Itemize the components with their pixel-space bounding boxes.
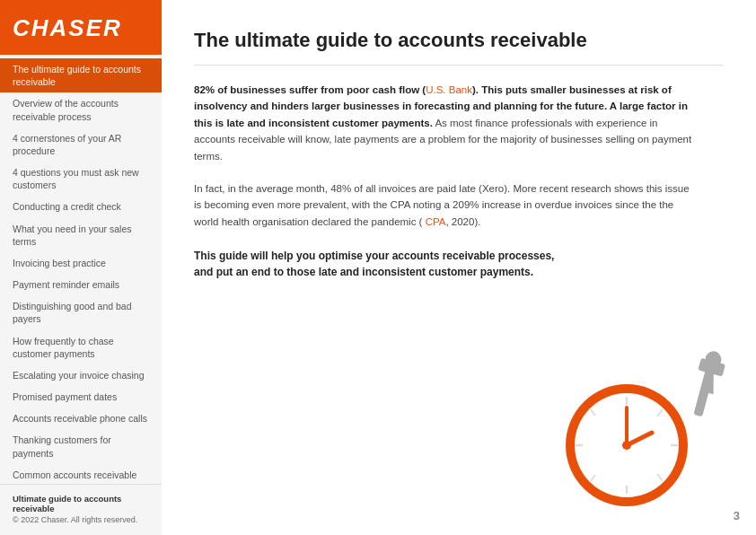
guide-note: This guide will help you optimise your a…: [194, 248, 643, 280]
clock-illustration: [546, 346, 734, 508]
sidebar-nav-item-3[interactable]: 4 questions you must ask new customers: [0, 162, 162, 196]
sidebar-nav-item-10[interactable]: Escalating your invoice chasing: [0, 364, 162, 386]
sidebar-nav-item-11[interactable]: Promised payment dates: [0, 386, 162, 408]
second-paragraph: In fact, in the average month, 48% of al…: [194, 180, 697, 230]
sidebar-logo: CHASER: [13, 14, 122, 42]
sidebar-nav-item-9[interactable]: How frequently to chase customer payment…: [0, 330, 162, 364]
sidebar-nav-item-6[interactable]: Invoicing best practice: [0, 252, 162, 274]
cpa-link[interactable]: CPA: [426, 216, 446, 227]
page-number: 3: [734, 509, 740, 522]
sidebar-nav-item-2[interactable]: 4 cornerstones of your AR procedure: [0, 127, 162, 162]
sidebar-nav-item-1[interactable]: Overview of the accounts receivable proc…: [0, 92, 162, 127]
page-title: The ultimate guide to accounts receivabl…: [194, 29, 724, 66]
intro-paragraph: 82% of businesses suffer from poor cash …: [194, 82, 697, 164]
illustration: [546, 346, 734, 508]
sidebar-nav-item-14[interactable]: Common accounts receivable problems and …: [0, 464, 162, 484]
sidebar-footer: Ultimate guide to accounts receivable © …: [0, 484, 162, 535]
sidebar-nav-item-5[interactable]: What you need in your sales terms: [0, 218, 162, 252]
footer-title: Ultimate guide to accounts receivable: [13, 494, 149, 513]
footer-copy: © 2022 Chaser. All rights reserved.: [13, 515, 149, 524]
sidebar-nav: The ultimate guide to accounts receivabl…: [0, 55, 162, 484]
us-bank-link[interactable]: U.S. Bank: [426, 84, 472, 95]
sidebar-nav-item-7[interactable]: Payment reminder emails: [0, 274, 162, 295]
main-content: The ultimate guide to accounts receivabl…: [162, 0, 756, 535]
sidebar: CHASER The ultimate guide to accounts re…: [0, 0, 162, 535]
sidebar-nav-item-12[interactable]: Accounts receivable phone calls: [0, 408, 162, 429]
sidebar-nav-item-0[interactable]: The ultimate guide to accounts receivabl…: [0, 58, 162, 92]
sidebar-nav-item-8[interactable]: Distinguishing good and bad payers: [0, 295, 162, 329]
sidebar-header: CHASER: [0, 0, 162, 55]
svg-point-13: [622, 441, 631, 450]
sidebar-nav-item-13[interactable]: Thanking customers for payments: [0, 429, 162, 463]
sidebar-nav-item-4[interactable]: Conducting a credit check: [0, 196, 162, 217]
tools-icon: [671, 348, 734, 420]
